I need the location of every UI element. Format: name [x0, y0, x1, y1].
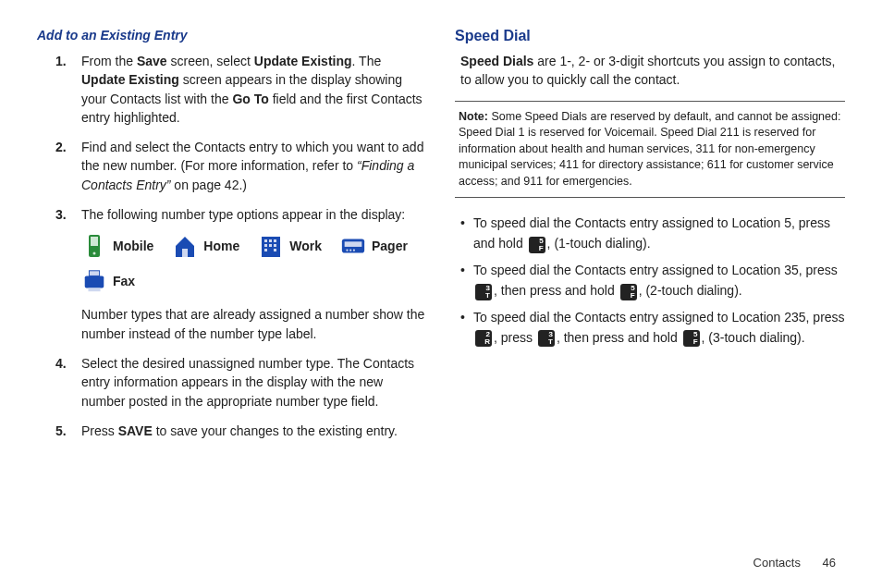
right-column: Speed Dial Speed Dials are 1-, 2- or 3-d…	[455, 28, 845, 546]
phone-key-icon	[475, 284, 492, 300]
fax-icon	[81, 268, 107, 294]
svg-point-16	[349, 250, 351, 251]
svg-rect-20	[88, 288, 100, 292]
svg-rect-7	[274, 239, 276, 242]
step-number: 3.	[55, 205, 67, 224]
icon-item: Pager	[340, 233, 408, 259]
svg-rect-8	[264, 244, 267, 247]
speed-dial-bullets: To speed dial the Contacts entry assigne…	[455, 213, 845, 348]
phone-key-icon	[529, 237, 545, 253]
left-heading: Add to an Existing Entry	[37, 28, 427, 43]
phone-key-icon	[475, 330, 492, 347]
mobile-icon	[81, 233, 107, 259]
footer-section: Contacts	[753, 556, 801, 570]
steps-list: 1.From the Save screen, select Update Ex…	[37, 52, 427, 440]
step-text: The following number type options appear…	[81, 207, 405, 222]
icon-item: Fax	[81, 268, 135, 294]
page-columns: Add to an Existing Entry 1.From the Save…	[37, 28, 845, 546]
step-item: 2.Find and select the Contacts entry to …	[55, 138, 427, 194]
work-icon	[258, 233, 284, 259]
phone-key-icon	[620, 284, 637, 300]
icon-label: Pager	[372, 237, 408, 255]
svg-rect-5	[264, 239, 267, 242]
step-text: Press SAVE to save your changes to the e…	[81, 423, 398, 438]
page-footer: Contacts 46	[37, 546, 845, 570]
note-box: Note: Some Speed Dials are reserved by d…	[455, 101, 845, 199]
step-after-text: Number types that are already assigned a…	[81, 305, 427, 343]
svg-rect-9	[269, 244, 272, 247]
svg-rect-18	[89, 271, 99, 276]
icon-label: Fax	[113, 272, 135, 290]
step-item: 1.From the Save screen, select Update Ex…	[55, 52, 427, 127]
svg-rect-1	[91, 237, 98, 246]
icon-item: Mobile	[81, 233, 153, 259]
step-item: 4.Select the desired unassigned number t…	[55, 354, 427, 410]
step-number: 4.	[55, 354, 67, 373]
svg-point-17	[353, 250, 355, 251]
svg-rect-11	[264, 249, 267, 251]
svg-rect-10	[274, 244, 276, 247]
left-column: Add to an Existing Entry 1.From the Save…	[37, 28, 427, 546]
right-heading: Speed Dial	[455, 28, 845, 44]
icon-item: Work	[258, 233, 322, 259]
note-label: Note:	[459, 110, 488, 123]
step-number: 2.	[55, 138, 67, 156]
bullet-item: To speed dial the Contacts entry assigne…	[460, 307, 845, 349]
step-item: 5.Press SAVE to save your changes to the…	[55, 422, 427, 440]
bullet-item: To speed dial the Contacts entry assigne…	[460, 213, 845, 254]
svg-rect-14	[345, 242, 362, 248]
svg-rect-19	[85, 276, 104, 288]
svg-point-15	[346, 250, 348, 251]
footer-page-number: 46	[823, 556, 836, 570]
svg-rect-3	[182, 249, 188, 257]
step-number: 1.	[55, 52, 67, 70]
icon-item: Home	[172, 233, 239, 259]
pager-icon	[340, 233, 366, 259]
step-text: From the Save screen, select Update Exis…	[81, 54, 423, 125]
icon-label: Work	[289, 237, 322, 255]
svg-rect-6	[269, 239, 272, 242]
bullet-item: To speed dial the Contacts entry assigne…	[460, 260, 845, 301]
number-type-icons: MobileHomeWorkPagerFax	[81, 233, 427, 294]
svg-point-2	[93, 252, 96, 255]
phone-key-icon	[538, 330, 555, 347]
phone-key-icon	[683, 330, 700, 347]
icon-label: Mobile	[113, 237, 153, 255]
home-icon	[172, 233, 198, 259]
note-text: Some Speed Dials are reserved by default…	[459, 110, 840, 188]
step-text: Select the desired unassigned number typ…	[81, 356, 414, 409]
icon-label: Home	[203, 237, 239, 255]
step-text: Find and select the Contacts entry to wh…	[81, 140, 423, 192]
speed-dial-intro: Speed Dials are 1-, 2- or 3-digit shortc…	[455, 52, 845, 90]
step-item: 3.The following number type options appe…	[55, 205, 427, 343]
step-number: 5.	[55, 422, 67, 440]
svg-rect-12	[274, 249, 276, 251]
